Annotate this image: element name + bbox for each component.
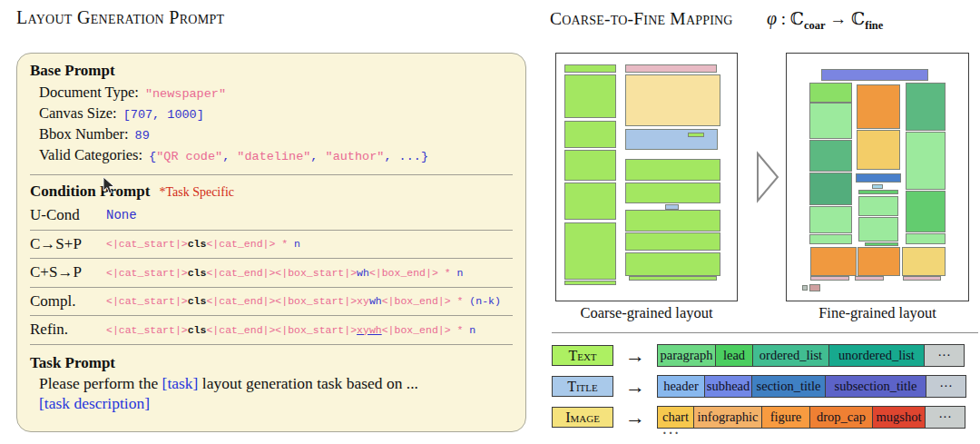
- legend-item: section_title: [751, 375, 826, 398]
- legend-item: chart: [657, 406, 694, 429]
- legend-item: infographic: [693, 406, 762, 429]
- text-part: n: [469, 324, 475, 336]
- layout-block: [858, 190, 898, 194]
- mapping-arrow-icon: [755, 151, 780, 205]
- condition-row: Compl.<|cat_start|>cls<|cat_end|><|box_s…: [30, 288, 513, 317]
- task-specific-note: *Task Specific: [159, 185, 234, 200]
- field-value: 89: [135, 126, 150, 145]
- text-part: <|box_end|>: [382, 295, 451, 307]
- legend-row: Image→chartinfographicfiguredrop_capmugs…: [552, 406, 978, 429]
- text-part: cls: [188, 324, 207, 336]
- layout-block: [629, 276, 717, 281]
- legend-item: ordered_list: [752, 344, 829, 367]
- text-part: "dateline": [237, 150, 310, 163]
- text-part: None: [106, 208, 137, 222]
- condition-row-tokens: <|cat_start|>cls<|cat_end|><|box_start|>…: [106, 295, 501, 307]
- legend-bar: paragraphleadordered_listunordered_list·…: [657, 344, 965, 367]
- layout-block: [625, 159, 720, 181]
- layout-block: [906, 132, 946, 189]
- condition-row-label: U-Cond: [30, 206, 106, 224]
- condition-row-label: Refin.: [30, 321, 106, 339]
- left-title: Layout Generation Prompt: [16, 7, 224, 28]
- task-prompt-heading: Task Prompt: [30, 353, 513, 373]
- condition-row: C→S+P<|cat_start|>cls<|cat_end|> * n: [30, 231, 513, 260]
- field-label: Canvas Size:: [39, 104, 117, 123]
- text-part: <|cat_end|><|box_start|>: [206, 267, 357, 279]
- layout-block: [625, 252, 720, 276]
- text-part: n: [457, 267, 464, 279]
- condition-row-tokens: <|cat_start|>cls<|cat_end|><|box_start|>…: [106, 324, 475, 336]
- field-value: {"QR code", "dateline", "author", ...}: [149, 147, 428, 166]
- set-coarse: ℂ: [790, 9, 804, 28]
- prompt-panel: Base Prompt Document Type:"newspaper"Can…: [16, 53, 526, 432]
- text-part: <|cat_start|>: [106, 267, 188, 279]
- condition-row: Refin.<|cat_start|>cls<|cat_end|><|box_s…: [30, 316, 513, 345]
- legend-divider: [552, 332, 978, 333]
- text-part: {: [149, 150, 156, 163]
- task-prompt-line2: [task description]: [39, 393, 513, 414]
- text-part: layout generation task based on ...: [198, 374, 418, 392]
- text-part: [707, 1000]: [123, 108, 204, 122]
- layout-block: [809, 173, 852, 205]
- layout-block: [906, 233, 946, 243]
- text-part: ,: [310, 150, 325, 163]
- layout-block: [809, 234, 852, 243]
- condition-row: U-CondNone: [30, 202, 513, 231]
- layout-block: [809, 206, 852, 233]
- text-part: wh: [369, 295, 382, 307]
- legend-item: ···: [924, 344, 965, 367]
- text-part: "newspaper": [145, 87, 226, 101]
- layout-block: [872, 184, 883, 189]
- field-label: Bbox Number:: [39, 124, 129, 143]
- text-part: *: [451, 324, 470, 336]
- text-part: ,: [222, 150, 237, 163]
- text-part: [task description]: [39, 394, 150, 412]
- legend-item: subhead: [704, 375, 752, 398]
- layout-block: [564, 74, 616, 118]
- text-part: *: [451, 295, 470, 307]
- layout-block: [906, 83, 946, 131]
- base-prompt-field: Document Type:"newspaper": [39, 83, 513, 104]
- legend-item: figure: [761, 406, 810, 429]
- legend-item: subsection_title: [825, 375, 926, 398]
- legend-item: lead: [715, 344, 753, 367]
- layout-block: [564, 64, 616, 73]
- section-divider: [30, 174, 513, 175]
- arrow-right-icon: →: [613, 409, 657, 427]
- text-part: [task]: [162, 374, 199, 392]
- base-prompt-fields: Document Type:"newspaper"Canvas Size:[70…: [39, 83, 513, 166]
- right-title: Coarse-to-Fine Mapping: [550, 9, 733, 29]
- legend-row: Text→paragraphleadordered_listunordered_…: [552, 344, 978, 367]
- mapping-formula: φ : ℂcoar → ℂfine: [767, 8, 883, 33]
- layout-block: [858, 217, 898, 242]
- arrow-right-icon: →: [613, 378, 657, 396]
- text-part: wh: [357, 267, 369, 279]
- mouse-cursor-icon: [103, 176, 116, 195]
- layout-block: [865, 242, 899, 246]
- field-value: [707, 1000]: [123, 105, 204, 124]
- condition-rows: U-CondNoneC→S+P<|cat_start|>cls<|cat_end…: [30, 202, 513, 345]
- layout-block: [625, 183, 720, 203]
- legend-bar: headersubheadsection_titlesubsection_tit…: [657, 375, 966, 398]
- condition-row-tokens: None: [106, 208, 137, 222]
- coarse-layout-canvas: [555, 53, 738, 301]
- layout-block: [855, 276, 884, 281]
- arrow-right-icon: →: [613, 347, 657, 365]
- condition-row-label: C+S→P: [30, 263, 106, 281]
- base-prompt-field: Canvas Size:[707, 1000]: [39, 104, 513, 124]
- layout-block: [802, 285, 808, 291]
- legend-item: ···: [925, 406, 965, 429]
- layout-block: [809, 83, 852, 103]
- layout-block: [906, 191, 946, 232]
- coarse-caption: Coarse-grained layout: [555, 304, 738, 322]
- layout-block: [858, 196, 898, 216]
- layout-block: [821, 69, 928, 81]
- layout-block: [810, 247, 857, 275]
- condition-row-tokens: <|cat_start|>cls<|cat_end|> * n: [106, 238, 300, 250]
- text-part: <|cat_end|><|box_start|>: [206, 295, 357, 307]
- layout-block: [564, 183, 616, 220]
- text-part: "author": [326, 150, 385, 163]
- condition-prompt-heading: Condition Prompt: [30, 182, 150, 202]
- layout-block: [856, 173, 901, 183]
- layout-block: [688, 133, 704, 137]
